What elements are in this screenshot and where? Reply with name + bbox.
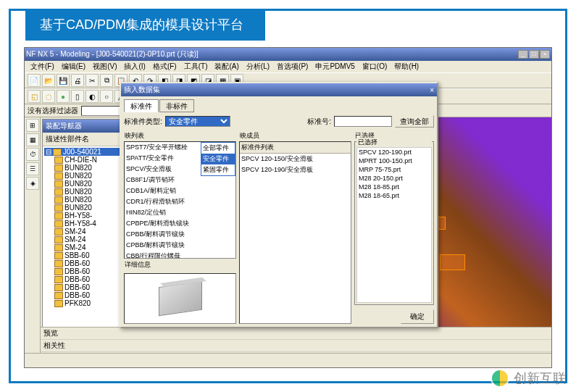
dependency-panel-header[interactable]: 相关性 <box>41 340 551 352</box>
list-item[interactable]: CB8F1/调节销环 <box>125 175 235 185</box>
part-icon <box>54 180 63 188</box>
category-list-header: 映列表 <box>124 130 236 141</box>
part-icon <box>54 220 63 228</box>
selected-column: 已选择 已选择 SPCV 120-190.prt MPRT 100-150.pr… <box>354 130 434 324</box>
list-item[interactable]: CBB/行程限位螺母 <box>125 251 235 259</box>
query-all-button[interactable]: 查询全部 <box>395 115 434 128</box>
preview-3d-icon <box>159 281 202 316</box>
part-icon <box>54 292 63 299</box>
selected-groupbox: 已选择 SPCV 120-190.prt MPRT 100-150.prt MR… <box>354 141 434 305</box>
list-item[interactable]: CDB1A/耐料定销 <box>125 185 235 196</box>
selected-listbox[interactable]: SPCV 120-190.prt MPRT 100-150.prt MRP 75… <box>356 147 432 303</box>
folder-icon <box>53 149 62 156</box>
preview-panel-header[interactable]: 预览 <box>41 328 551 340</box>
tool-copy-icon[interactable]: ⧉ <box>100 74 113 87</box>
maximize-button[interactable]: □ <box>529 50 539 59</box>
list-item[interactable]: M28 18-65.prt <box>357 191 431 200</box>
list-item[interactable]: SPCV 120-190/安全滑板 <box>240 164 351 175</box>
menu-help[interactable]: 帮助(H) <box>391 62 422 72</box>
tool-cylinder-icon[interactable]: ◌ <box>42 90 55 103</box>
menu-view[interactable]: 视图(V) <box>90 62 120 72</box>
menu-tools[interactable]: 工具(T) <box>181 62 211 72</box>
menu-window[interactable]: 窗口(O) <box>359 62 390 72</box>
menu-assembly[interactable]: 装配(A) <box>212 62 241 72</box>
dialog-body: 标准件 非标件 标准件类型: 安全零件 标准号: 查询全部 映列表 <box>121 96 437 327</box>
part-icon <box>54 172 63 180</box>
nav-tab-other-icon[interactable]: ◈ <box>26 177 39 190</box>
dialog-tabs: 标准件 非标件 <box>124 99 434 112</box>
ok-button[interactable]: 确定 <box>401 309 434 324</box>
tool-extrude-icon[interactable]: ▯ <box>71 90 84 103</box>
list-item[interactable]: HIN82/定位销 <box>125 207 235 218</box>
part-icon <box>54 300 63 307</box>
dropdown-option[interactable]: 全部零件 <box>201 143 235 154</box>
tool-sphere-icon[interactable]: ● <box>57 90 70 103</box>
tool-new-icon[interactable]: 📄 <box>28 74 41 87</box>
watermark: 创新互联 <box>491 369 566 388</box>
list-item[interactable]: MRP 75-75.prt <box>357 165 431 174</box>
statusbar <box>25 353 551 367</box>
list-item[interactable]: CPBPE/耐料滑轨镶块 <box>125 218 235 229</box>
menu-analysis[interactable]: 分析(L) <box>243 62 272 72</box>
outer-frame: 基于CAD/PDM集成的模具设计平台 NF NX 5 - Modeling - … <box>9 9 567 383</box>
list-item[interactable]: SPCV 120-150/安全滑板 <box>240 154 351 164</box>
nav-tab-part-icon[interactable]: ▦ <box>26 133 39 146</box>
parts-list-sub: 映成员 <box>239 130 351 141</box>
list-item[interactable]: CPBB/耐料调节镶块 <box>125 229 235 240</box>
selected-group-title: 已选择 <box>356 138 432 147</box>
filter-label: 没有选择过滤器 <box>28 106 78 116</box>
category-listbox[interactable]: 全部零件 安全零件 紧固零件 SPST7/安全平开螺栓 SPATT/安全零件 S… <box>124 141 236 259</box>
nav-tab-history-icon[interactable]: ⏱ <box>26 148 39 161</box>
part-icon <box>54 284 63 291</box>
menu-pdm[interactable]: 申元PDMV5 <box>312 62 357 72</box>
type-dropdown-popup[interactable]: 全部零件 安全零件 紧固零件 <box>201 142 235 176</box>
menu-preferences[interactable]: 首选项(P) <box>274 62 311 72</box>
menu-format[interactable]: 格式(F) <box>150 62 180 72</box>
window-titlebar: NF NX 5 - Modeling - [J00-540021(2)-0P10… <box>25 48 551 61</box>
list-item[interactable]: SPCV 120-190.prt <box>357 148 431 157</box>
standard-parts-listbox[interactable]: 标准件列表 SPCV 120-150/安全滑板 SPCV 120-190/安全滑… <box>239 141 351 324</box>
part-icon <box>54 236 63 243</box>
tab-standard-parts[interactable]: 标准件 <box>124 99 159 112</box>
tab-nonstandard-parts[interactable]: 非标件 <box>159 99 194 112</box>
type-select[interactable]: 安全零件 <box>165 116 230 127</box>
insert-dataset-dialog: 插入数据集 × 标准件 非标件 标准件类型: 安全零件 标准号: 查询全部 <box>120 82 438 328</box>
part-icon <box>54 244 63 251</box>
menu-insert[interactable]: 插入(I) <box>121 62 148 72</box>
close-button[interactable]: × <box>540 50 550 59</box>
dialog-footer: 确定 <box>354 306 434 324</box>
part-icon <box>54 196 63 204</box>
tool-box-icon[interactable]: ◱ <box>28 90 41 103</box>
three-column-area: 映列表 全部零件 安全零件 紧固零件 SPST7/安全平开螺栓 SPATT/安全… <box>124 130 434 324</box>
tool-revolve-icon[interactable]: ◐ <box>85 90 99 103</box>
menu-edit[interactable]: 编辑(E) <box>59 62 88 72</box>
dropdown-option[interactable]: 紧固零件 <box>201 164 235 175</box>
part-icon <box>54 157 63 164</box>
tool-hole-icon[interactable]: ○ <box>100 90 113 103</box>
preview-thumbnail <box>124 273 236 324</box>
list-item[interactable]: MPRT 100-150.prt <box>357 157 431 165</box>
list-item[interactable]: M28 18-85.prt <box>357 183 431 191</box>
list-item[interactable]: CPBB/耐料调节镶块 <box>125 240 235 251</box>
part-icon <box>54 164 63 172</box>
model-part <box>440 254 465 270</box>
list-item[interactable]: M28 20-150.prt <box>357 174 431 183</box>
list-item[interactable]: CDR1/行程滑轨销环 <box>125 196 235 207</box>
dialog-close-icon[interactable]: × <box>430 86 434 94</box>
minimize-button[interactable]: _ <box>518 50 528 59</box>
code-input[interactable] <box>334 116 392 127</box>
type-label: 标准件类型: <box>124 117 162 127</box>
dropdown-option[interactable]: 安全零件 <box>201 154 235 164</box>
part-icon <box>54 276 63 283</box>
tool-save-icon[interactable]: 💾 <box>57 74 70 87</box>
menu-file[interactable]: 文件(F) <box>28 62 57 72</box>
parts-list-header: 标准件列表 <box>240 142 351 154</box>
nav-tab-layer-icon[interactable]: ☰ <box>26 162 39 175</box>
tool-open-icon[interactable]: 📂 <box>42 74 55 87</box>
page-title-banner: 基于CAD/PDM集成的模具设计平台 <box>25 9 265 41</box>
part-icon <box>54 252 63 259</box>
dialog-titlebar[interactable]: 插入数据集 × <box>121 83 437 96</box>
tool-cut-icon[interactable]: ✂ <box>85 74 99 87</box>
tool-print-icon[interactable]: 🖨 <box>71 74 84 87</box>
nav-tab-assembly-icon[interactable]: ⊞ <box>26 119 39 132</box>
